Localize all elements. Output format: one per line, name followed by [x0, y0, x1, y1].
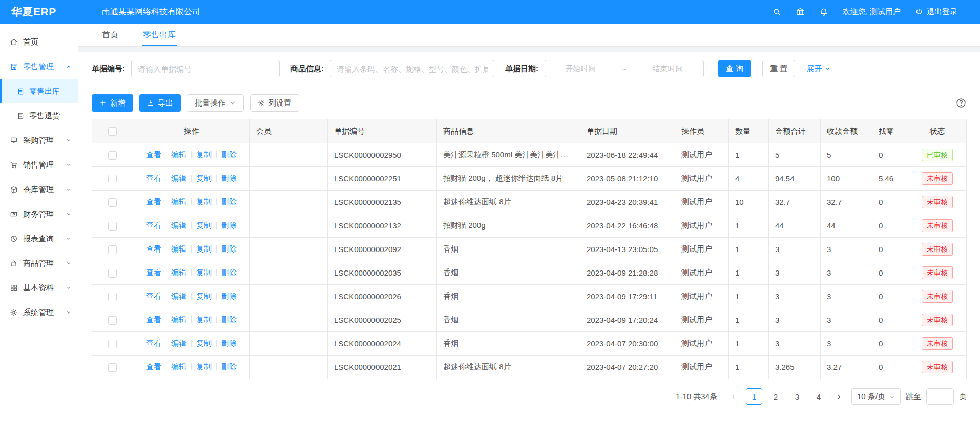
delete-link[interactable]: 删除 [221, 221, 237, 230]
copy-link[interactable]: 复制 [196, 174, 212, 182]
date-range-picker[interactable]: 开始时间 ~ 结束时间 [545, 60, 704, 77]
app-logo[interactable]: 华夏ERP [0, 5, 78, 19]
delete-link[interactable]: 删除 [221, 174, 237, 182]
delete-link[interactable]: 删除 [221, 244, 237, 253]
sidebar-item-home[interactable]: 首页 [0, 30, 78, 54]
copy-link[interactable]: 复制 [196, 291, 212, 300]
action-divider [216, 340, 217, 347]
sidebar-item-purchase[interactable]: 采购管理 [0, 128, 78, 153]
sidebar-item-reports[interactable]: 报表查询 [0, 226, 78, 251]
view-link[interactable]: 查看 [146, 339, 161, 347]
sidebar-item-retail-outbound[interactable]: 零售出库 [0, 79, 78, 103]
page-button-3[interactable]: 3 [789, 388, 805, 405]
cell-operator: 测试用户 [675, 261, 729, 285]
edit-link[interactable]: 编辑 [171, 221, 186, 230]
edit-link[interactable]: 编辑 [171, 244, 186, 253]
delete-link[interactable]: 删除 [221, 291, 237, 300]
edit-link[interactable]: 编辑 [171, 174, 186, 182]
copy-link[interactable]: 复制 [196, 221, 212, 230]
edit-link[interactable]: 编辑 [171, 150, 186, 159]
expand-link[interactable]: 展开 [806, 64, 830, 74]
sidebar-item-sales[interactable]: 销售管理 [0, 153, 78, 177]
page-button-4[interactable]: 4 [810, 388, 827, 405]
delete-link[interactable]: 删除 [221, 339, 237, 347]
row-checkbox[interactable] [108, 363, 117, 372]
batch-actions-button[interactable]: 批量操作 [187, 94, 244, 112]
export-button[interactable]: 导出 [139, 94, 181, 112]
sidebar-item-label: 零售退货 [29, 111, 60, 121]
page-button-2[interactable]: 2 [767, 388, 784, 405]
column-settings-button[interactable]: 列设置 [250, 94, 299, 112]
add-button[interactable]: 新增 [92, 94, 133, 112]
tab-retail-outbound[interactable]: 零售出库 [143, 24, 176, 46]
view-link[interactable]: 查看 [146, 315, 161, 324]
edit-link[interactable]: 编辑 [171, 197, 186, 206]
cell-total: 3 [769, 261, 821, 285]
view-link[interactable]: 查看 [146, 150, 161, 159]
row-checkbox[interactable] [108, 151, 117, 160]
copy-link[interactable]: 复制 [196, 150, 212, 159]
sidebar-item-finance[interactable]: 财务管理 [0, 202, 78, 226]
copy-link[interactable]: 复制 [196, 244, 212, 253]
help-icon[interactable] [955, 97, 967, 109]
edit-link[interactable]: 编辑 [171, 315, 186, 324]
view-link[interactable]: 查看 [146, 268, 161, 277]
view-link[interactable]: 查看 [146, 244, 161, 253]
row-checkbox[interactable] [108, 293, 117, 301]
row-checkbox[interactable] [108, 269, 117, 278]
delete-link[interactable]: 删除 [221, 362, 237, 371]
cell-total: 3 [769, 238, 821, 261]
view-link[interactable]: 查看 [146, 362, 161, 371]
search-icon[interactable] [772, 7, 781, 16]
jump-to-input[interactable] [926, 388, 954, 405]
copy-link[interactable]: 复制 [196, 339, 212, 347]
bank-icon[interactable] [796, 7, 805, 16]
reset-button[interactable]: 重 置 [762, 60, 795, 77]
edit-link[interactable]: 编辑 [171, 268, 186, 277]
edit-link[interactable]: 编辑 [171, 362, 186, 371]
view-link[interactable]: 查看 [146, 221, 161, 230]
copy-link[interactable]: 复制 [196, 197, 212, 206]
product-info-input[interactable] [330, 60, 494, 77]
next-page-icon[interactable] [832, 389, 846, 404]
sidebar-item-goods[interactable]: 商品管理 [0, 251, 78, 276]
copy-link[interactable]: 复制 [196, 362, 212, 371]
tab-home[interactable]: 首页 [102, 24, 118, 46]
view-link[interactable]: 查看 [146, 291, 161, 300]
cell-date: 2023-04-09 21:28:28 [580, 261, 675, 285]
bill-no-input[interactable] [131, 60, 280, 77]
page-button-1[interactable]: 1 [746, 388, 762, 405]
view-link[interactable]: 查看 [146, 197, 161, 206]
row-checkbox[interactable] [108, 175, 117, 183]
sidebar-item-system[interactable]: 系统管理 [0, 300, 78, 325]
plus-icon [99, 99, 107, 107]
logout-button[interactable]: 退出登录 [915, 7, 957, 17]
sidebar-item-warehouse[interactable]: 仓库管理 [0, 177, 78, 202]
edit-link[interactable]: 编辑 [171, 291, 186, 300]
edit-link[interactable]: 编辑 [171, 339, 186, 347]
delete-link[interactable]: 删除 [221, 150, 237, 159]
row-checkbox[interactable] [108, 340, 117, 348]
delete-link[interactable]: 删除 [221, 268, 237, 277]
cell-bill-no: LSCK00000002025 [328, 308, 437, 332]
row-checkbox[interactable] [108, 245, 117, 254]
view-link[interactable]: 查看 [146, 174, 161, 182]
prev-page-icon[interactable] [726, 389, 741, 404]
bell-icon[interactable] [819, 7, 828, 16]
select-all-checkbox[interactable] [108, 127, 117, 136]
welcome-text[interactable]: 欢迎您, 测试用户 [843, 7, 901, 17]
cell-member [250, 308, 328, 332]
sidebar-item-retail[interactable]: 零售管理 [0, 54, 78, 79]
row-checkbox[interactable] [108, 222, 117, 231]
copy-link[interactable]: 复制 [196, 315, 212, 324]
delete-link[interactable]: 删除 [221, 315, 237, 324]
copy-link[interactable]: 复制 [196, 268, 212, 277]
page-size-select[interactable]: 10 条/页 [851, 388, 901, 405]
status-badge: 未审核 [922, 266, 953, 279]
delete-link[interactable]: 删除 [221, 197, 237, 206]
row-checkbox[interactable] [108, 198, 117, 207]
sidebar-item-retail-return[interactable]: 零售退货 [0, 103, 78, 128]
sidebar-item-basic-data[interactable]: 基本资料 [0, 276, 78, 300]
search-button[interactable]: 查 询 [718, 60, 751, 77]
row-checkbox[interactable] [108, 316, 117, 325]
